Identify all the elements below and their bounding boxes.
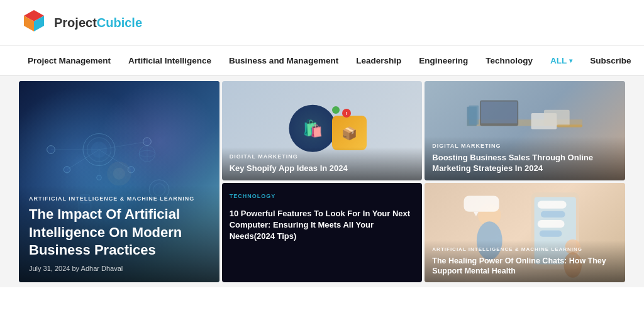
svg-rect-33 (544, 110, 570, 126)
article-grid: ARTIFICIAL INTELLIGENCE & MACHINE LEARNI… (0, 76, 644, 287)
main-card-title: The Impact Of Artificial Intelligence On… (29, 206, 209, 260)
svg-rect-40 (541, 211, 565, 218)
main-nav: Project Management Artificial Intelligen… (0, 46, 644, 76)
shopify-card[interactable]: 🛍️ 📦 ! DIGITAL MARKETING Key Shopify App… (222, 81, 423, 180)
main-featured-card[interactable]: ARTIFICIAL INTELLIGENCE & MACHINE LEARNI… (19, 81, 219, 282)
mental-health-card[interactable]: ARTIFICIAL INTELLIGENCE & MACHINE LEARNI… (425, 183, 625, 282)
card3-category: TECHNOLOGY (230, 193, 415, 199)
main-card-category: ARTIFICIAL INTELLIGENCE & MACHINE LEARNI… (29, 196, 209, 202)
card2-category: DIGITAL MARKETING (432, 143, 618, 149)
card1-title: Key Shopify App Ideas In 2024 (230, 163, 415, 174)
svg-line-10 (99, 141, 147, 150)
logo[interactable]: ProjectCubicle (19, 8, 142, 38)
card3-content: TECHNOLOGY 10 Powerful Features To Look … (222, 183, 423, 282)
notification-badge-1: ! (342, 109, 351, 118)
svg-rect-39 (538, 201, 567, 209)
card4-title: The Healing Power Of Online Chats: How T… (432, 256, 618, 277)
nav-item-project-management[interactable]: Project Management (19, 46, 119, 75)
site-header: ProjectCubicle (0, 0, 644, 46)
notification-badge-2 (332, 106, 340, 114)
card1-category: DIGITAL MARKETING (230, 153, 415, 160)
svg-line-7 (99, 150, 131, 170)
svg-point-27 (107, 162, 131, 185)
svg-point-3 (83, 134, 115, 166)
main-card-overlay: ARTIFICIAL INTELLIGENCE & MACHINE LEARNI… (19, 185, 219, 282)
svg-point-18 (139, 146, 155, 162)
card2-overlay: DIGITAL MARKETING Boosting Business Sale… (425, 136, 625, 180)
nav-all-dropdown[interactable]: ALL ▾ (541, 56, 581, 65)
nav-item-leadership[interactable]: Leadership (347, 46, 410, 75)
svg-point-5 (91, 141, 107, 157)
nav-item-business-and-management[interactable]: Business and Management (220, 46, 347, 75)
svg-point-19 (139, 150, 155, 157)
card3-title: 10 Powerful Features To Look For In Your… (230, 208, 415, 243)
svg-point-14 (47, 146, 55, 154)
card2-title: Boosting Business Sales Through Online M… (432, 153, 618, 174)
nav-all-label: ALL (550, 56, 567, 65)
shopify-box-icon: 📦 (332, 116, 367, 150)
chevron-down-icon: ▾ (569, 57, 572, 64)
svg-rect-41 (538, 220, 565, 228)
computer-features-card[interactable]: TECHNOLOGY 10 Powerful Features To Look … (222, 183, 423, 282)
svg-point-12 (128, 167, 134, 173)
svg-rect-31 (481, 102, 517, 124)
nav-subscribe[interactable]: Subscribe (581, 56, 640, 65)
shopify-icon-circle: 🛍️ (289, 105, 336, 152)
logo-text: ProjectCubicle (54, 16, 142, 30)
card4-overlay: ARTIFICIAL INTELLIGENCE & MACHINE LEARNI… (425, 240, 625, 283)
svg-rect-42 (540, 230, 562, 236)
svg-point-11 (64, 167, 70, 173)
svg-rect-45 (464, 196, 499, 211)
nav-item-technology[interactable]: Technology (477, 46, 541, 75)
search-icon[interactable]: 🔍 (640, 55, 644, 67)
main-card-meta: July 31, 2024 by Adhar Dhaval (29, 265, 209, 272)
business-sales-card[interactable]: DIGITAL MARKETING Boosting Business Sale… (425, 81, 625, 180)
svg-point-4 (87, 138, 111, 162)
svg-point-13 (97, 175, 102, 180)
svg-point-28 (113, 168, 125, 180)
svg-line-6 (67, 150, 99, 170)
svg-rect-36 (469, 106, 479, 125)
nav-item-engineering[interactable]: Engineering (410, 46, 477, 75)
svg-point-15 (143, 138, 152, 146)
logo-icon (19, 8, 49, 38)
svg-marker-46 (474, 212, 479, 216)
nav-item-artificial-intelligence[interactable]: Artificial Intelligence (119, 46, 220, 75)
card1-overlay: DIGITAL MARKETING Key Shopify App Ideas … (222, 147, 423, 180)
card4-category: ARTIFICIAL INTELLIGENCE & MACHINE LEARNI… (432, 246, 618, 252)
svg-rect-34 (557, 124, 583, 127)
